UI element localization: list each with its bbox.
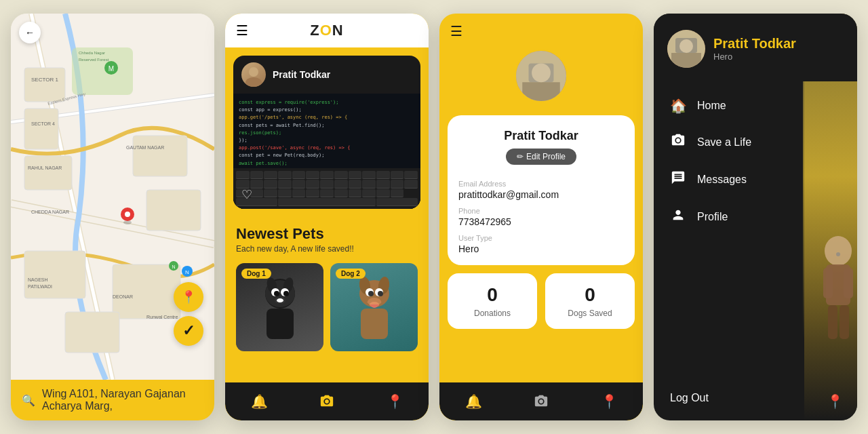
check-icon: ✓ xyxy=(182,322,195,340)
map-pin-button[interactable]: 📍 xyxy=(174,282,203,312)
menu-button[interactable]: ☰ xyxy=(236,22,248,39)
svg-rect-8 xyxy=(24,68,65,102)
svg-rect-74 xyxy=(671,53,701,68)
phone-screen-home: DEBUG ☰ ZON Pratit Todkar const express … xyxy=(225,14,429,420)
svg-point-75 xyxy=(679,39,693,53)
svg-rect-48 xyxy=(267,309,294,339)
nav-camera-button[interactable] xyxy=(313,388,340,415)
svg-text:N: N xyxy=(185,269,189,275)
drawer-item-profile[interactable]: Profile xyxy=(654,198,857,235)
svg-rect-11 xyxy=(133,136,187,176)
drawer-role: Hero xyxy=(713,52,796,62)
svg-rect-13 xyxy=(24,251,85,298)
drawer-username: Pratit Todkar xyxy=(713,36,796,52)
phone-screen-drawer: DEBUG xyxy=(654,14,857,420)
svg-point-45 xyxy=(274,291,279,296)
back-button[interactable]: ← xyxy=(19,22,41,43)
newest-pets-subtitle: Each new day, A new life saved!! xyxy=(236,244,418,254)
nav-bell-button[interactable]: 🔔 xyxy=(245,388,273,415)
drawer-avatar xyxy=(667,30,705,68)
map-search-bar: 🔍 Wing A101, Narayan Gajanan Acharya Mar… xyxy=(11,380,214,420)
svg-point-63 xyxy=(532,64,551,83)
title-highlight: O xyxy=(320,22,332,39)
newest-pets-section: Newest Pets Each new day, A new life sav… xyxy=(225,217,429,256)
pet-card-1[interactable]: Dog 1 xyxy=(236,263,323,351)
profile-stats: 0 Donations 0 Dogs Saved xyxy=(448,273,635,329)
edit-icon: ✏ xyxy=(517,152,524,161)
svg-point-46 xyxy=(283,291,289,296)
profile-nav-bell[interactable]: 🔔 xyxy=(460,388,487,415)
home-icon: 🏠 xyxy=(670,98,686,114)
phone-label: Phone xyxy=(458,207,624,215)
post-card: Pratit Todkar const express = require('e… xyxy=(233,56,420,209)
post-user-row: Pratit Todkar xyxy=(233,56,420,94)
svg-rect-62 xyxy=(522,82,560,101)
edit-profile-label: Edit Profile xyxy=(526,152,566,161)
svg-point-55 xyxy=(368,291,374,296)
newest-pets-title: Newest Pets xyxy=(236,225,418,243)
drawer-menu: 🏠 Home Save a Life Messages Profile xyxy=(654,81,857,381)
dogs-saved-number: 0 xyxy=(556,284,624,306)
donations-number: 0 xyxy=(458,284,526,306)
svg-text:GAUTAM NAGAR: GAUTAM NAGAR xyxy=(126,145,164,150)
donations-label: Donations xyxy=(458,309,526,318)
svg-text:Runwal Centre: Runwal Centre xyxy=(146,315,178,319)
drawer-item-messages[interactable]: Messages xyxy=(654,161,857,198)
heart-button[interactable]: ♡ xyxy=(241,187,252,202)
dogs-saved-label: Dogs Saved xyxy=(556,309,624,318)
user-type-value: Hero xyxy=(458,243,624,254)
heart-icon: ♡ xyxy=(241,188,252,201)
pet-card-2[interactable]: Dog 2 xyxy=(330,263,418,351)
profile-nav-camera[interactable] xyxy=(528,388,555,415)
phone-screen-map: DEBUG xyxy=(11,14,214,420)
profile-card: Pratit Todkar ✏ Edit Profile Email Addre… xyxy=(448,115,635,265)
profile-nav: 🔔 📍 xyxy=(439,382,643,420)
home-nav: 🔔 📍 xyxy=(225,382,429,420)
email-value: pratittodkar@gmail.com xyxy=(458,189,624,200)
map-check-button[interactable]: ✓ xyxy=(174,316,203,346)
pet2-label: Dog 2 xyxy=(336,269,366,279)
svg-text:RAHUL NAGAR: RAHUL NAGAR xyxy=(28,165,62,170)
svg-rect-10 xyxy=(24,156,72,190)
post-image: const express = require('express'); cons… xyxy=(233,94,420,209)
pin-icon: 📍 xyxy=(181,290,196,304)
profile-avatar xyxy=(514,49,568,103)
save-life-menu-label: Save a Life xyxy=(697,136,751,149)
svg-point-49 xyxy=(277,298,283,302)
email-label: Email Address xyxy=(458,180,624,188)
profile-info: Email Address pratittodkar@gmail.com Pho… xyxy=(458,173,624,254)
svg-text:M: M xyxy=(108,65,114,73)
search-text: Wing A101, Narayan Gajanan Acharya Marg, xyxy=(42,388,203,412)
map-area: M N SECTOR 1 SECTOR 4 RAHUL NAGAR CHEDDA… xyxy=(11,14,214,380)
profile-menu-button[interactable]: ☰ xyxy=(450,23,462,39)
drawer-item-save-life[interactable]: Save a Life xyxy=(654,123,857,161)
profile-nav-pin[interactable]: 📍 xyxy=(595,388,623,415)
profile-top-bar: ☰ xyxy=(439,14,643,49)
svg-text:CHEDDA NAGAR: CHEDDA NAGAR xyxy=(31,210,69,214)
profile-menu-label: Profile xyxy=(697,211,728,223)
donations-card: 0 Donations xyxy=(448,273,537,329)
svg-rect-15 xyxy=(65,312,119,353)
profile-name: Pratit Todkar xyxy=(504,129,578,143)
svg-rect-9 xyxy=(24,108,58,149)
svg-text:SECTOR 1: SECTOR 1 xyxy=(31,77,58,83)
drawer-user-section: Pratit Todkar Hero xyxy=(654,14,857,81)
back-icon: ← xyxy=(25,27,35,38)
edit-profile-button[interactable]: ✏ Edit Profile xyxy=(506,149,576,165)
svg-text:N: N xyxy=(172,264,175,269)
phone-value: 7738472965 xyxy=(458,216,624,227)
drawer-item-home[interactable]: 🏠 Home xyxy=(654,88,857,123)
svg-text:NAGESH: NAGESH xyxy=(28,277,48,282)
svg-text:SECTOR 4: SECTOR 4 xyxy=(31,121,55,126)
svg-rect-12 xyxy=(146,190,201,231)
profile-icon xyxy=(670,208,686,226)
pet1-label: Dog 1 xyxy=(241,269,271,279)
svg-text:PATILWADI: PATILWADI xyxy=(28,284,52,289)
nav-pin-button[interactable]: 📍 xyxy=(381,388,408,415)
messages-menu-label: Messages xyxy=(697,174,747,186)
camera-icon xyxy=(670,133,686,151)
svg-text:Reserved Forest: Reserved Forest xyxy=(79,58,109,62)
logout-label: Log Out xyxy=(670,392,709,404)
svg-rect-14 xyxy=(113,264,180,319)
home-header: ☰ ZON xyxy=(225,14,429,47)
